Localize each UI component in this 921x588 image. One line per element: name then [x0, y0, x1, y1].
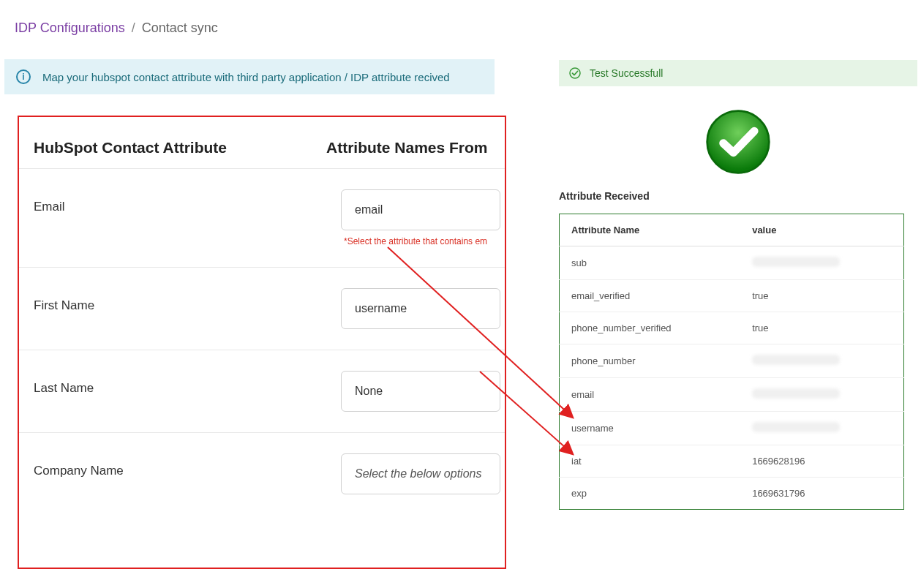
lastname-attribute-select[interactable]: None: [341, 371, 500, 412]
table-row: phone_number: [560, 344, 904, 378]
breadcrumb: IDP Configurations / Contact sync: [0, 0, 921, 50]
table-row: sub: [560, 246, 904, 280]
attr-value-cell: [740, 246, 903, 280]
table-row: phone_number_verifiedtrue: [560, 312, 904, 344]
info-banner-text: Map your hubspot contact attribute with …: [42, 71, 450, 83]
attr-table-header-name: Attribute Name: [560, 214, 741, 246]
check-icon: [569, 67, 581, 79]
blurred-value: [752, 422, 840, 432]
blurred-value: [752, 388, 840, 399]
mapping-row-firstname: First Name username: [19, 268, 505, 350]
attr-name-cell: iat: [560, 445, 741, 478]
checkmark-big-icon: [559, 86, 917, 190]
attr-name-cell: email_verified: [560, 280, 741, 312]
firstname-attribute-select[interactable]: username: [341, 288, 500, 329]
attr-value-cell: true: [740, 280, 903, 312]
attr-name-cell: sub: [560, 246, 741, 280]
attr-value-cell: true: [740, 312, 903, 344]
breadcrumb-parent-link[interactable]: IDP Configurations: [15, 20, 125, 35]
attr-name-cell: exp: [560, 478, 741, 510]
attr-value-cell: [740, 344, 903, 378]
mapping-label-lastname: Last Name: [34, 371, 341, 396]
info-banner: i Map your hubspot contact attribute wit…: [4, 59, 495, 94]
mapping-table-header: HubSpot Contact Attribute Attribute Name…: [19, 117, 505, 169]
email-helper-text: *Select the attribute that contains em: [341, 236, 500, 246]
attr-value-cell: [740, 378, 903, 412]
breadcrumb-current: Contact sync: [142, 20, 218, 35]
table-row: email_verifiedtrue: [560, 280, 904, 312]
test-result-panel: Test Successfull Attribute Received Attr…: [559, 60, 917, 510]
mapping-header-col2: Attribute Names From: [326, 139, 488, 157]
attr-name-cell: phone_number_verified: [560, 312, 741, 344]
mapping-label-email: Email: [34, 189, 341, 214]
attr-name-cell: username: [560, 412, 741, 445]
test-success-label: Test Successfull: [590, 67, 663, 79]
mapping-header-col1: HubSpot Contact Attribute: [34, 139, 326, 157]
mapping-row-company: Company Name Select the below options: [19, 433, 505, 515]
attr-table-header-value: value: [740, 214, 903, 246]
attribute-received-title: Attribute Received: [559, 190, 917, 202]
company-attribute-select[interactable]: Select the below options: [341, 453, 500, 494]
mapping-label-company: Company Name: [34, 453, 341, 478]
attr-name-cell: email: [560, 378, 741, 412]
test-success-banner: Test Successfull: [559, 60, 917, 86]
info-icon: i: [16, 69, 31, 84]
breadcrumb-sep: /: [132, 20, 135, 35]
blurred-value: [752, 355, 840, 365]
svg-point-0: [570, 68, 580, 78]
svg-point-1: [707, 111, 770, 173]
table-row: email: [560, 378, 904, 412]
mapping-row-email: Email email *Select the attribute that c…: [19, 169, 505, 268]
mapping-label-firstname: First Name: [34, 288, 341, 313]
attr-value-cell: [740, 412, 903, 445]
table-row: exp1669631796: [560, 478, 904, 510]
attr-value-cell: 1669631796: [740, 478, 903, 510]
attr-name-cell: phone_number: [560, 344, 741, 378]
email-attribute-select[interactable]: email: [341, 189, 500, 230]
blurred-value: [752, 257, 840, 267]
table-row: username: [560, 412, 904, 445]
table-row: iat1669628196: [560, 445, 904, 478]
attribute-table: Attribute Name value subemail_verifiedtr…: [559, 214, 904, 510]
mapping-row-lastname: Last Name None: [19, 350, 505, 433]
mapping-panel: HubSpot Contact Attribute Attribute Name…: [18, 116, 506, 569]
attr-value-cell: 1669628196: [740, 445, 903, 478]
